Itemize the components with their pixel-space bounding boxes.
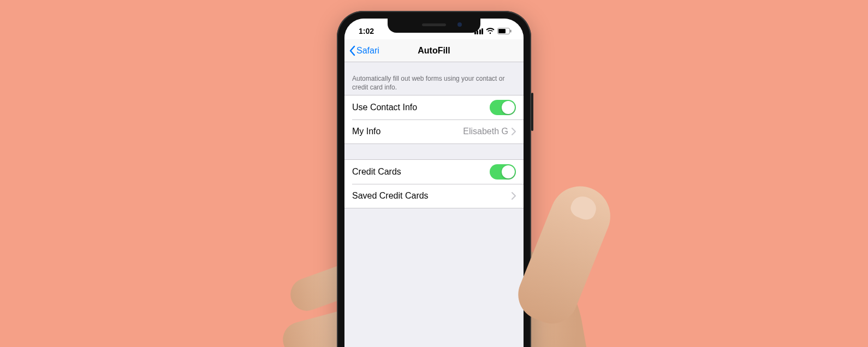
back-button[interactable]: Safari: [349, 45, 379, 56]
svg-rect-2: [510, 30, 512, 33]
use-contact-info-toggle[interactable]: [490, 100, 516, 115]
svg-rect-1: [498, 29, 506, 33]
my-info-row[interactable]: My Info Elisabeth G: [344, 119, 524, 143]
battery-icon: [497, 28, 512, 34]
back-button-label: Safari: [356, 46, 379, 56]
my-info-value: Elisabeth G: [463, 127, 508, 136]
status-time: 1:02: [355, 22, 374, 35]
phone-notch: [388, 19, 480, 33]
chevron-left-icon: [349, 45, 355, 56]
navigation-bar: Safari AutoFill: [344, 39, 524, 62]
chevron-right-icon: [512, 128, 516, 135]
wifi-icon: [486, 28, 495, 34]
section-caption: Automatically fill out web forms using y…: [344, 62, 524, 95]
contact-info-group: Use Contact Info My Info Elisabeth G: [344, 95, 524, 144]
hand-thumb-illustration: [278, 161, 617, 347]
use-contact-info-label: Use Contact Info: [352, 103, 417, 112]
my-info-label: My Info: [352, 127, 381, 136]
use-contact-info-row: Use Contact Info: [344, 95, 524, 119]
